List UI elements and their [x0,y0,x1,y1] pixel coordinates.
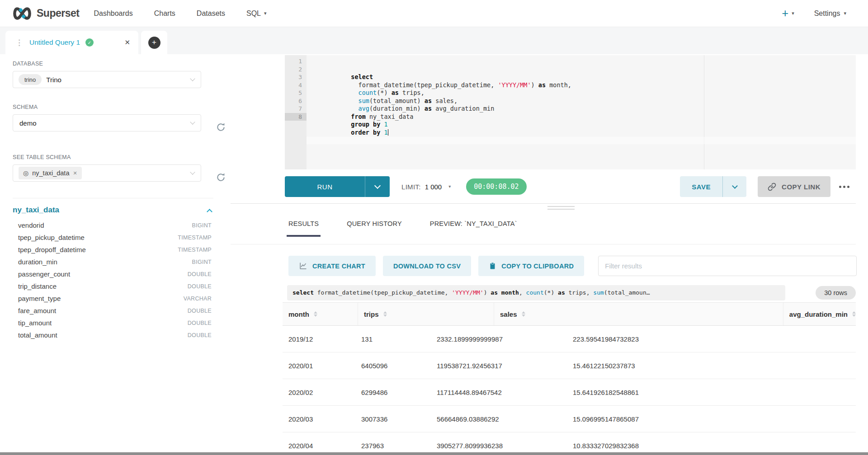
link-icon [768,183,776,191]
schema-select[interactable]: demo [13,114,201,131]
code-line: 6 from ny_taxi_data [285,97,856,105]
filter-results-input[interactable] [598,256,857,276]
sort-icons[interactable] [852,311,856,317]
column-header-label: sales [500,310,517,318]
sort-icons[interactable] [383,311,387,317]
schema-sidebar: DATABASE trino Trino SCHEMA demo SEE TAB… [0,54,226,455]
query-timer-badge: 00:00:08.02 [466,178,526,195]
sql-editor[interactable]: 1 select 2 format_datetime(tpep_pickup_d… [285,55,856,169]
table-body: 2019/12 131 2332.1899999999987 223.59541… [283,326,856,455]
code-text: group by 1 [351,121,387,129]
nav-datasets[interactable]: Datasets [197,9,225,18]
copy-clipboard-button[interactable]: COPY TO CLIPBOARD [478,256,584,276]
column-name: trip_distance [18,282,57,290]
chevron-down-icon [190,76,195,81]
add-tab-button[interactable]: + [141,31,167,54]
chart-icon [299,262,307,270]
tab-preview[interactable]: PREVIEW: `NY_TAXI_DATA` [430,220,517,227]
table-select[interactable]: ◎ ny_taxi_data ✕ [13,164,201,182]
sort-icons[interactable] [522,311,525,317]
run-button[interactable]: RUN [285,176,390,197]
more-menu-button[interactable] [838,182,850,192]
column-header[interactable]: trips [358,303,494,325]
column-row: fare_amount DOUBLE [13,305,212,317]
nav-charts[interactable]: Charts [154,9,175,18]
new-item-button[interactable]: + ▾ [782,8,794,19]
save-label: SAVE [680,183,722,191]
superset-logo[interactable]: Superset [12,6,79,21]
settings-menu[interactable]: Settings ▾ [814,9,846,18]
table-row: 2019/12 131 2332.1899999999987 223.59541… [283,326,856,352]
pane-resize-divider[interactable] [231,203,856,204]
results-tabs: RESULTS QUERY HISTORY PREVIEW: `NY_TAXI_… [288,220,517,227]
tab-results[interactable]: RESULTS [288,220,319,227]
navbar: Superset Dashboards Charts Datasets SQL … [0,0,868,27]
schema-value: demo [19,119,37,127]
code-line: 2 format_datetime(tpep_pickup_datetime, … [285,66,856,74]
download-csv-label: DOWNLOAD TO CSV [393,263,461,270]
column-row: tpep_dropoff_datetime TIMESTAMP [13,244,212,256]
column-header[interactable]: sales [494,303,783,325]
run-options-button[interactable] [365,176,390,197]
main-menu: Dashboards Charts Datasets SQL ▾ [94,9,266,18]
editor-toolbar: RUN LIMIT: 1 000 ▾ 00:00:08.02 SAVE COPY… [285,176,856,197]
copy-clipboard-label: COPY TO CLIPBOARD [501,263,574,270]
schema-label: SCHEMA [13,104,212,110]
cell-avg-duration: 15.641926182548861 [567,379,856,405]
column-row: trip_distance DOUBLE [13,280,212,292]
column-type: TIMESTAMP [178,235,212,241]
sort-icons[interactable] [314,311,317,317]
eye-icon: ◎ [23,169,28,177]
nav-dashboards[interactable]: Dashboards [94,9,132,18]
refresh-tables-icon[interactable] [216,172,226,184]
tab-query-history[interactable]: QUERY HISTORY [347,220,402,227]
column-row: vendorid BIGINT [13,219,212,231]
cell-sales: 117114448.89467542 [431,379,567,405]
table-chip-label: ny_taxi_data [32,169,69,177]
collapse-table-icon[interactable] [207,209,212,215]
database-label: DATABASE [13,61,212,67]
cell-sales: 56664869.03886292 [431,406,567,432]
table-schema-label: SEE TABLE SCHEMA [13,154,212,160]
refresh-schemas-icon[interactable] [216,122,226,134]
code-line: 4 sum(total_amount) as sales, [285,81,856,89]
save-options-button[interactable] [723,186,746,188]
cell-trips: 131 [355,326,431,352]
nav-sql[interactable]: SQL ▾ [246,9,267,18]
remove-table-icon[interactable]: ✕ [73,170,77,176]
tab-untitled-query-1[interactable]: ⋮ Untitled Query 1 ✓ ✕ [5,31,138,54]
code-lines: 1 select 2 format_datetime(tpep_pickup_d… [285,57,856,121]
download-csv-button[interactable]: DOWNLOAD TO CSV [383,256,471,276]
close-tab-icon[interactable]: ✕ [124,38,130,47]
database-select[interactable]: trino Trino [13,71,201,88]
cell-sales: 3905277.8099936238 [431,432,567,455]
table-name: ny_taxi_data [13,206,59,215]
check-icon: ✓ [88,40,91,45]
cell-trips: 237963 [355,432,431,455]
plus-icon: + [782,8,789,19]
cell-trips: 6299486 [355,379,431,405]
selected-table-chip[interactable]: ◎ ny_taxi_data ✕ [19,167,82,179]
copy-link-button[interactable]: COPY LINK [758,176,830,197]
database-value: Trino [46,76,61,84]
column-type: DOUBLE [188,271,212,277]
clipboard-icon [489,262,496,270]
row-count-badge: 30 rows [816,286,856,300]
cell-month: 2020/02 [283,379,355,405]
nav-sql-label: SQL [246,9,261,18]
query-preview[interactable]: select format_datetime(tpep_pickup_datet… [287,285,785,300]
column-header[interactable]: avg_duration_min [783,303,856,325]
save-button[interactable]: SAVE [680,176,746,197]
add-tab-circle: + [148,37,160,49]
tab-drag-icon[interactable]: ⋮ [15,38,23,47]
plus-icon: + [152,38,156,46]
resize-grip-icon[interactable] [547,206,575,211]
column-row: tpep_pickup_datetime TIMESTAMP [13,231,212,244]
column-header-label: trips [364,310,379,318]
limit-dropdown[interactable]: LIMIT: 1 000 ▾ [401,183,451,191]
line-number: 5 [285,89,307,97]
column-header[interactable]: month [283,303,358,325]
column-name: total_amount [18,331,57,339]
create-chart-button[interactable]: CREATE CHART [288,256,376,276]
chevron-down-icon: ▾ [448,184,451,189]
